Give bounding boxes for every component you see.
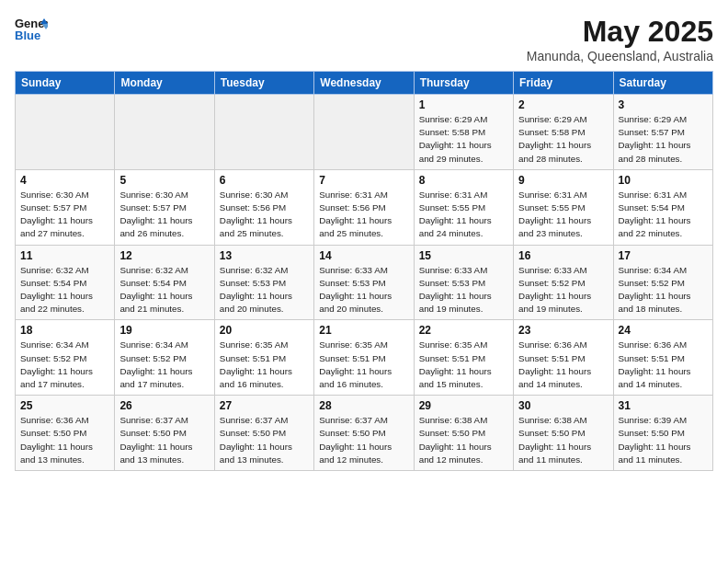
day-number: 25: [20, 399, 109, 412]
svg-text:Blue: Blue: [15, 29, 40, 42]
calendar-cell: [314, 95, 414, 170]
calendar-cell: 11Sunrise: 6:32 AMSunset: 5:54 PMDayligh…: [16, 245, 115, 320]
calendar-cell: 18Sunrise: 6:34 AMSunset: 5:52 PMDayligh…: [16, 320, 115, 396]
calendar-cell: 7Sunrise: 6:31 AMSunset: 5:56 PMDaylight…: [314, 169, 414, 245]
day-info: Sunrise: 6:34 AMSunset: 5:52 PMDaylight:…: [619, 264, 708, 316]
calendar-cell: [214, 95, 313, 170]
calendar-cell: 31Sunrise: 6:39 AMSunset: 5:50 PMDayligh…: [613, 396, 712, 471]
calendar-week-row: 25Sunrise: 6:36 AMSunset: 5:50 PMDayligh…: [16, 396, 713, 471]
calendar-week-row: 18Sunrise: 6:34 AMSunset: 5:52 PMDayligh…: [16, 320, 713, 396]
calendar-cell: 29Sunrise: 6:38 AMSunset: 5:50 PMDayligh…: [414, 396, 513, 471]
day-number: 5: [119, 174, 209, 187]
day-number: 21: [319, 324, 408, 337]
calendar-cell: 14Sunrise: 6:33 AMSunset: 5:53 PMDayligh…: [314, 245, 414, 320]
day-info: Sunrise: 6:33 AMSunset: 5:53 PMDaylight:…: [319, 264, 408, 316]
day-info: Sunrise: 6:29 AMSunset: 5:57 PMDaylight:…: [619, 113, 708, 166]
calendar-cell: 20Sunrise: 6:35 AMSunset: 5:51 PMDayligh…: [214, 320, 313, 396]
day-info: Sunrise: 6:30 AMSunset: 5:56 PMDaylight:…: [220, 189, 309, 241]
day-number: 26: [119, 399, 209, 412]
calendar-week-row: 11Sunrise: 6:32 AMSunset: 5:54 PMDayligh…: [16, 245, 713, 320]
calendar-cell: 21Sunrise: 6:35 AMSunset: 5:51 PMDayligh…: [314, 320, 414, 396]
day-number: 8: [419, 174, 508, 187]
day-info: Sunrise: 6:30 AMSunset: 5:57 PMDaylight:…: [20, 189, 109, 241]
day-number: 23: [518, 324, 608, 337]
calendar-cell: 16Sunrise: 6:33 AMSunset: 5:52 PMDayligh…: [514, 245, 613, 320]
calendar-cell: 19Sunrise: 6:34 AMSunset: 5:52 PMDayligh…: [115, 320, 214, 396]
calendar-week-row: 1Sunrise: 6:29 AMSunset: 5:58 PMDaylight…: [16, 95, 713, 170]
day-number: 19: [119, 324, 209, 337]
calendar-cell: 22Sunrise: 6:35 AMSunset: 5:51 PMDayligh…: [414, 320, 513, 396]
day-info: Sunrise: 6:31 AMSunset: 5:55 PMDaylight:…: [419, 189, 508, 241]
weekday-header-wednesday: Wednesday: [314, 72, 414, 95]
calendar-cell: 12Sunrise: 6:32 AMSunset: 5:54 PMDayligh…: [115, 245, 214, 320]
day-info: Sunrise: 6:31 AMSunset: 5:56 PMDaylight:…: [319, 189, 408, 241]
day-info: Sunrise: 6:32 AMSunset: 5:54 PMDaylight:…: [20, 264, 109, 316]
day-number: 22: [419, 324, 508, 337]
weekday-header-tuesday: Tuesday: [214, 72, 313, 95]
day-number: 18: [20, 324, 109, 337]
calendar-cell: 1Sunrise: 6:29 AMSunset: 5:58 PMDaylight…: [414, 95, 513, 170]
day-number: 14: [319, 249, 408, 262]
weekday-header-saturday: Saturday: [613, 72, 712, 95]
logo: General Blue: [15, 15, 48, 42]
day-info: Sunrise: 6:37 AMSunset: 5:50 PMDaylight:…: [119, 414, 209, 466]
calendar-week-row: 4Sunrise: 6:30 AMSunset: 5:57 PMDaylight…: [16, 169, 713, 245]
calendar-cell: [115, 95, 214, 170]
calendar-cell: 3Sunrise: 6:29 AMSunset: 5:57 PMDaylight…: [613, 95, 712, 170]
calendar-cell: 23Sunrise: 6:36 AMSunset: 5:51 PMDayligh…: [514, 320, 613, 396]
day-number: 12: [119, 249, 209, 262]
day-number: 4: [20, 174, 109, 187]
calendar-cell: 30Sunrise: 6:38 AMSunset: 5:50 PMDayligh…: [514, 396, 613, 471]
day-number: 17: [619, 249, 708, 262]
weekday-header-thursday: Thursday: [414, 72, 513, 95]
calendar-cell: 13Sunrise: 6:32 AMSunset: 5:53 PMDayligh…: [214, 245, 313, 320]
day-number: 16: [518, 249, 608, 262]
day-info: Sunrise: 6:32 AMSunset: 5:53 PMDaylight:…: [220, 264, 309, 316]
calendar-table: SundayMondayTuesdayWednesdayThursdayFrid…: [15, 71, 713, 471]
day-info: Sunrise: 6:34 AMSunset: 5:52 PMDaylight:…: [20, 339, 109, 391]
day-number: 15: [419, 249, 508, 262]
day-info: Sunrise: 6:35 AMSunset: 5:51 PMDaylight:…: [319, 339, 408, 391]
day-number: 31: [619, 399, 708, 412]
calendar-cell: 5Sunrise: 6:30 AMSunset: 5:57 PMDaylight…: [115, 169, 214, 245]
day-number: 27: [220, 399, 309, 412]
weekday-header-sunday: Sunday: [16, 72, 115, 95]
calendar-cell: 15Sunrise: 6:33 AMSunset: 5:53 PMDayligh…: [414, 245, 513, 320]
day-info: Sunrise: 6:36 AMSunset: 5:51 PMDaylight:…: [619, 339, 708, 391]
day-info: Sunrise: 6:31 AMSunset: 5:54 PMDaylight:…: [619, 189, 708, 241]
calendar-cell: 4Sunrise: 6:30 AMSunset: 5:57 PMDaylight…: [16, 169, 115, 245]
day-number: 29: [419, 399, 508, 412]
day-number: 7: [319, 174, 408, 187]
day-number: 28: [319, 399, 408, 412]
day-number: 1: [419, 98, 508, 111]
location-subtitle: Manunda, Queensland, Australia: [527, 49, 713, 63]
calendar-cell: 24Sunrise: 6:36 AMSunset: 5:51 PMDayligh…: [613, 320, 712, 396]
day-number: 10: [619, 174, 708, 187]
day-info: Sunrise: 6:36 AMSunset: 5:50 PMDaylight:…: [20, 414, 109, 466]
day-info: Sunrise: 6:32 AMSunset: 5:54 PMDaylight:…: [119, 264, 209, 316]
day-info: Sunrise: 6:35 AMSunset: 5:51 PMDaylight:…: [419, 339, 508, 391]
title-block: May 2025 Manunda, Queensland, Australia: [527, 15, 713, 63]
calendar-cell: 10Sunrise: 6:31 AMSunset: 5:54 PMDayligh…: [613, 169, 712, 245]
day-info: Sunrise: 6:33 AMSunset: 5:53 PMDaylight:…: [419, 264, 508, 316]
day-number: 30: [518, 399, 608, 412]
weekday-header-friday: Friday: [514, 72, 613, 95]
calendar-cell: 25Sunrise: 6:36 AMSunset: 5:50 PMDayligh…: [16, 396, 115, 471]
logo-icon: General Blue: [15, 15, 48, 42]
day-number: 24: [619, 324, 708, 337]
weekday-header-monday: Monday: [115, 72, 214, 95]
day-number: 3: [619, 98, 708, 111]
weekday-header-row: SundayMondayTuesdayWednesdayThursdayFrid…: [16, 72, 713, 95]
day-info: Sunrise: 6:29 AMSunset: 5:58 PMDaylight:…: [419, 113, 508, 166]
calendar-cell: 2Sunrise: 6:29 AMSunset: 5:58 PMDaylight…: [514, 95, 613, 170]
day-info: Sunrise: 6:39 AMSunset: 5:50 PMDaylight:…: [619, 414, 708, 466]
calendar-cell: 17Sunrise: 6:34 AMSunset: 5:52 PMDayligh…: [613, 245, 712, 320]
day-info: Sunrise: 6:35 AMSunset: 5:51 PMDaylight:…: [220, 339, 309, 391]
day-info: Sunrise: 6:37 AMSunset: 5:50 PMDaylight:…: [319, 414, 408, 466]
day-info: Sunrise: 6:30 AMSunset: 5:57 PMDaylight:…: [119, 189, 209, 241]
day-number: 2: [518, 98, 608, 111]
day-number: 9: [518, 174, 608, 187]
day-number: 11: [20, 249, 109, 262]
day-info: Sunrise: 6:31 AMSunset: 5:55 PMDaylight:…: [518, 189, 608, 241]
calendar-cell: 8Sunrise: 6:31 AMSunset: 5:55 PMDaylight…: [414, 169, 513, 245]
